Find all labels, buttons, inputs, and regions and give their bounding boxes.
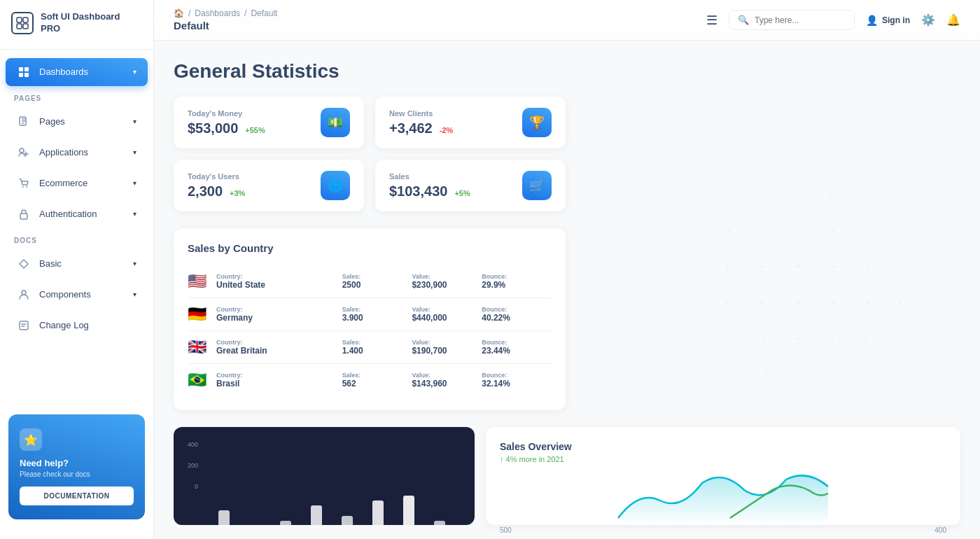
svg-point-123 [638,230,638,231]
svg-point-88 [894,337,895,339]
search-input[interactable] [755,15,846,25]
svg-point-125 [672,230,673,231]
svg-point-114 [797,265,799,267]
bar-y-0: 0 [188,483,198,490]
svg-point-84 [763,337,765,340]
svg-point-48 [837,424,839,425]
breadcrumb-area: 🏠 / Dashboards / Default Default [174,8,695,31]
sales-overview-title: Sales Overview [500,441,946,452]
bar-item [434,521,445,525]
country-bounce-col: Bounce: 40.22% [482,306,552,323]
svg-point-42 [725,424,726,424]
svg-point-182 [797,121,798,122]
svg-point-79 [641,338,642,339]
sidebar-item-components[interactable]: Components ▾ [6,281,148,309]
svg-point-170 [820,140,821,141]
sidebar-item-changelog[interactable]: Change Log [6,312,148,340]
stat-card-clients: New Clients +3,462 -2% 🏆 [375,97,566,148]
svg-point-173 [878,140,878,141]
svg-point-158 [852,165,853,167]
user-icon: 👤 [866,15,878,26]
svg-point-143 [797,195,799,197]
stat-clients-value: +3,462 [389,120,433,136]
svg-point-166 [734,140,735,141]
svg-point-162 [925,166,926,167]
svg-point-145 [860,195,862,197]
country-name-col: Country: Germany [216,306,342,323]
svg-point-118 [927,266,928,267]
svg-point-43 [740,424,741,424]
svg-point-16 [22,290,26,295]
changelog-label: Change Log [39,320,136,330]
svg-point-98 [761,302,763,304]
bar-chart-inner [188,496,461,525]
changelog-icon [17,318,31,332]
svg-point-52 [891,424,892,424]
svg-point-159 [876,165,878,167]
stat-card-users: Today's Users 2,300 +3% 🌐 [174,160,364,211]
country-bounce-col: Bounce: 29.9% [482,273,552,290]
svg-point-127 [729,230,731,232]
breadcrumb-sep1: / [188,8,190,18]
svg-point-93 [633,302,634,303]
svg-point-53 [678,400,679,400]
country-value-col: Value: $230,900 [412,273,482,290]
svg-point-133 [923,230,924,231]
svg-point-99 [797,302,799,304]
help-title: Need help? [20,458,134,468]
breadcrumb-sep2: / [244,8,246,18]
stat-clients-icon: 🏆 [522,108,552,137]
sales-overview-pct: 4% more in 2021 [506,455,564,463]
svg-point-111 [694,265,696,267]
country-flag-br: 🇧🇷 [188,371,206,389]
sidebar-item-dashboards[interactable]: Dashboards ▾ [6,58,148,86]
stat-card-money: Today's Money $53,000 +55% 💵 [174,97,364,148]
sidebar-item-ecommerce[interactable]: Ecommerce ▾ [6,169,148,197]
svg-point-157 [825,165,827,167]
svg-point-91 [954,338,955,339]
svg-point-148 [932,196,932,197]
hamburger-button[interactable]: ☰ [706,13,718,28]
svg-point-102 [899,302,900,304]
svg-point-61 [848,400,850,401]
country-value-col: Value: $440,000 [412,306,482,323]
sidebar-item-pages[interactable]: Pages ▾ [6,108,148,136]
svg-point-181 [782,121,783,122]
svg-point-63 [891,400,892,400]
svg-point-178 [741,121,741,122]
applications-arrow: ▾ [133,148,136,156]
documentation-button[interactable]: DOCUMENTATION [20,486,134,505]
settings-icon[interactable]: ⚙️ [921,13,935,27]
svg-point-180 [766,121,767,122]
svg-point-164 [704,141,705,141]
svg-point-132 [896,230,897,231]
basic-icon [17,257,31,271]
svg-point-156 [797,165,799,167]
globe-decoration [588,69,980,489]
svg-point-56 [723,400,724,401]
breadcrumb-dashboards[interactable]: Dashboards [195,8,240,18]
svg-point-149 [945,196,946,197]
svg-point-196 [815,108,816,109]
country-flag-us: 🇺🇸 [188,272,206,290]
svg-point-193 [789,108,790,109]
stat-money-label: Today's Money [188,109,321,118]
svg-point-74 [858,370,859,372]
sidebar-item-authentication[interactable]: Authentication ▾ [6,200,148,228]
svg-point-86 [831,337,833,340]
authentication-icon [17,207,31,221]
svg-rect-1 [23,18,28,22]
stats-grid: Today's Money $53,000 +55% 💵 New Clients… [174,97,566,211]
home-icon[interactable]: 🏠 [174,8,184,18]
stat-users-value: 2,300 [188,183,223,200]
sidebar-item-basic[interactable]: Basic ▾ [6,250,148,278]
sidebar-item-applications[interactable]: Applications ▾ [6,139,148,167]
svg-point-50 [870,424,871,424]
svg-point-185 [843,121,844,122]
page-title: General Statistics [174,60,960,83]
signin-button[interactable]: 👤 Sign in [866,15,910,26]
svg-point-144 [830,195,832,197]
svg-point-140 [706,196,708,197]
notification-icon[interactable]: 🔔 [946,13,960,27]
svg-point-116 [868,265,870,267]
